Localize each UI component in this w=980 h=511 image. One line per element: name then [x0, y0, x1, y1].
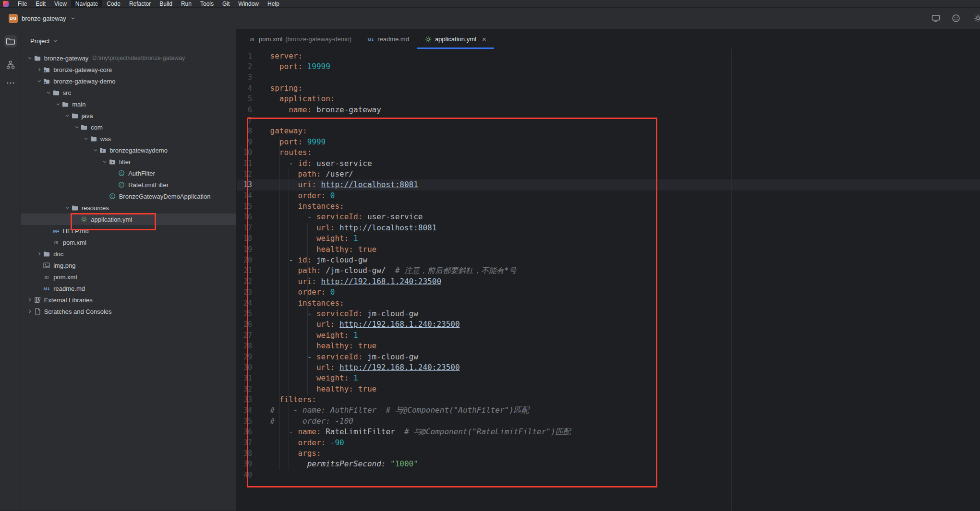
code-line-29[interactable]: - serviceId: jm-cloud-gw: [270, 352, 571, 362]
code-line-11[interactable]: - id: user-service: [270, 158, 571, 169]
editor-tab-pom.xml[interactable]: mpom.xml (bronze-gateway-demo): [241, 29, 359, 49]
code-line-31[interactable]: weight: 1: [270, 373, 571, 383]
editor-tab-application.yml[interactable]: application.yml×: [417, 29, 494, 49]
tree-item-img.png[interactable]: img.png: [21, 260, 236, 271]
tree-item-External Libraries[interactable]: External Libraries: [21, 294, 236, 306]
code-line-35[interactable]: # order: -100: [270, 416, 571, 427]
chevron-right-icon[interactable]: [26, 297, 34, 304]
tree-item-wss[interactable]: wss: [21, 133, 236, 144]
tree-item-java[interactable]: java: [21, 110, 236, 121]
tree-item-pom.xml[interactable]: mpom.xml: [21, 271, 236, 283]
code-line-38[interactable]: args:: [270, 448, 571, 459]
code-line-12[interactable]: path: /user/: [270, 169, 571, 179]
menu-item-edit[interactable]: Edit: [31, 0, 50, 7]
chevron-down-icon[interactable]: [101, 158, 109, 166]
code-line-16[interactable]: - serviceId: user-service: [270, 212, 571, 222]
code-line-22[interactable]: uri: http://192.168.1.240:23500: [270, 276, 571, 287]
menu-item-help[interactable]: Help: [263, 0, 284, 7]
chevron-down-icon[interactable]: [92, 147, 99, 154]
code-line-13[interactable]: uri: http://localhost:8081: [270, 179, 571, 190]
code-line-17[interactable]: url: http://localhost:8081: [270, 223, 571, 233]
tree-item-RateLimitFilter[interactable]: CRateLimitFilter: [21, 179, 236, 190]
code-line-4[interactable]: spring:: [270, 83, 571, 94]
code-line-2[interactable]: port: 19999: [270, 61, 571, 72]
menu-item-window[interactable]: Window: [234, 0, 263, 7]
code-line-37[interactable]: order: -90: [270, 438, 571, 448]
code-line-5[interactable]: application:: [270, 94, 571, 104]
code-line-25[interactable]: - serviceId: jm-cloud-gw: [270, 309, 571, 319]
tree-item-bronze-gateway-core[interactable]: bronze-gateway-core: [21, 64, 236, 75]
code-line-15[interactable]: instances:: [270, 201, 571, 212]
tree-item-filter[interactable]: filter: [21, 156, 236, 167]
menu-item-view[interactable]: View: [50, 0, 71, 7]
code-line-40[interactable]: [270, 470, 571, 480]
chevron-down-icon[interactable]: [52, 38, 58, 44]
tree-item-src[interactable]: src: [21, 87, 236, 98]
menu-item-navigate[interactable]: Navigate: [71, 0, 102, 7]
tree-item-HELP.md[interactable]: MHELP.md: [21, 225, 236, 237]
chevron-right-icon[interactable]: [26, 308, 34, 315]
chevron-right-icon[interactable]: [36, 250, 43, 258]
structure-icon[interactable]: [6, 60, 15, 70]
menu-item-run[interactable]: Run: [177, 0, 196, 7]
code-line-18[interactable]: weight: 1: [270, 233, 571, 244]
code-line-24[interactable]: instances:: [270, 298, 571, 309]
project-folder-icon[interactable]: [4, 35, 17, 48]
tree-item-doc[interactable]: doc: [21, 248, 236, 260]
tree-item-application.yml[interactable]: application.yml: [21, 214, 236, 225]
code-line-36[interactable]: - name: RateLimitFilter # 与@Component("R…: [270, 427, 571, 437]
more-icon[interactable]: [6, 78, 15, 88]
code-line-33[interactable]: filters:: [270, 394, 571, 405]
code-line-1[interactable]: server:: [270, 51, 571, 61]
project-selector[interactable]: BG bronze-gateway: [5, 12, 80, 25]
tree-item-readme.md[interactable]: Mreadme.md: [21, 283, 236, 294]
editor-gutter[interactable]: 1234567891011121314151617181920212223242…: [237, 49, 262, 511]
code-line-30[interactable]: url: http://192.168.1.240:23500: [270, 362, 571, 373]
tree-item-com[interactable]: com: [21, 121, 236, 133]
chevron-down-icon[interactable]: [45, 89, 52, 96]
code-line-23[interactable]: order: 0: [270, 287, 571, 297]
tree-item-bronzegatewaydemo[interactable]: bronzegatewaydemo: [21, 144, 236, 156]
menu-item-refactor[interactable]: Refactor: [125, 0, 155, 7]
tree-item-bronze-gateway[interactable]: bronze-gatewayD:\my\project\idea\bronze-…: [21, 52, 236, 64]
code-line-27[interactable]: weight: 1: [270, 330, 571, 341]
menu-item-code[interactable]: Code: [102, 0, 125, 7]
monitor-icon[interactable]: [931, 13, 941, 23]
tree-item-Scratches and Consoles[interactable]: Scratches and Consoles: [21, 306, 236, 317]
chevron-down-icon[interactable]: [54, 101, 61, 108]
code-line-6[interactable]: name: bronze-gateway: [270, 105, 571, 115]
chevron-down-icon[interactable]: [64, 112, 71, 119]
menu-item-tools[interactable]: Tools: [196, 0, 218, 7]
chevron-down-icon[interactable]: [26, 55, 34, 62]
menu-item-build[interactable]: Build: [155, 0, 177, 7]
code-line-32[interactable]: healthy: true: [270, 384, 571, 394]
chevron-down-icon[interactable]: [36, 78, 43, 85]
code-line-21[interactable]: path: /jm-cloud-gw/ # 注意，前后都要斜杠，不能有*号: [270, 265, 571, 276]
tree-item-pom.xml[interactable]: mpom.xml: [21, 237, 236, 248]
code-line-9[interactable]: port: 9999: [270, 137, 571, 147]
code-area[interactable]: server: port: 19999spring: application: …: [262, 49, 571, 511]
code-line-19[interactable]: healthy: true: [270, 244, 571, 255]
code-line-8[interactable]: gateway:: [270, 126, 571, 136]
code-line-28[interactable]: healthy: true: [270, 341, 571, 351]
chevron-right-icon[interactable]: [36, 66, 43, 73]
menu-item-file[interactable]: File: [13, 0, 31, 7]
chevron-down-icon[interactable]: [83, 135, 90, 143]
code-line-3[interactable]: [270, 72, 571, 83]
settings-icon[interactable]: [973, 13, 980, 23]
code-line-14[interactable]: order: 0: [270, 190, 571, 201]
code-line-20[interactable]: - id: jm-cloud-gw: [270, 255, 571, 265]
code-line-7[interactable]: [270, 115, 571, 126]
ai-assistant-icon[interactable]: [951, 13, 961, 23]
tree-item-AuthFilter[interactable]: CAuthFilter: [21, 167, 236, 179]
tree-item-resources[interactable]: resources: [21, 202, 236, 214]
tree-item-main[interactable]: main: [21, 98, 236, 110]
close-tab-icon[interactable]: ×: [482, 36, 486, 43]
chevron-down-icon[interactable]: [64, 204, 71, 212]
code-line-34[interactable]: # - name: AuthFilter # 与@Component("Auth…: [270, 405, 571, 416]
code-line-39[interactable]: permitsPerSecond: "1000": [270, 459, 571, 469]
chevron-down-icon[interactable]: [73, 124, 80, 131]
menu-item-git[interactable]: Git: [218, 0, 234, 7]
editor-tab-readme.md[interactable]: Mreadme.md: [359, 29, 417, 49]
code-line-26[interactable]: url: http://192.168.1.240:23500: [270, 319, 571, 330]
